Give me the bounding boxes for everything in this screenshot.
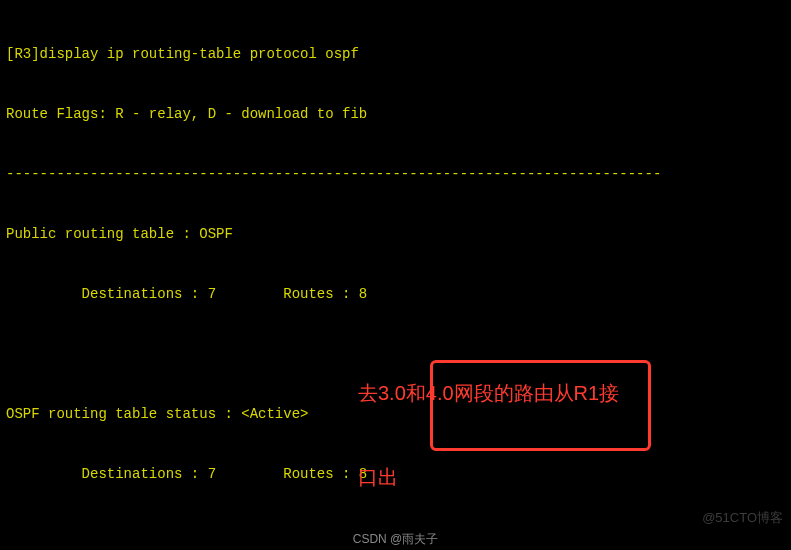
command-line: [R3]display ip routing-table protocol os…: [6, 44, 785, 64]
destinations-summary-2: Destinations : 7 Routes : 8: [6, 464, 785, 484]
terminal-output: [R3]display ip routing-table protocol os…: [0, 0, 791, 550]
watermark-footer: CSDN @雨夫子: [353, 531, 439, 548]
watermark-corner: @51CTO博客: [702, 509, 783, 528]
flags-legend: Route Flags: R - relay, D - download to …: [6, 104, 785, 124]
divider: ----------------------------------------…: [6, 164, 785, 184]
status-line: OSPF routing table status : <Active>: [6, 404, 785, 424]
blank-line: [6, 344, 785, 364]
annotation-line-1: 去3.0和4.0网段的路由从R1接: [358, 379, 619, 407]
public-table-header: Public routing table : OSPF: [6, 224, 785, 244]
destinations-summary-1: Destinations : 7 Routes : 8: [6, 284, 785, 304]
